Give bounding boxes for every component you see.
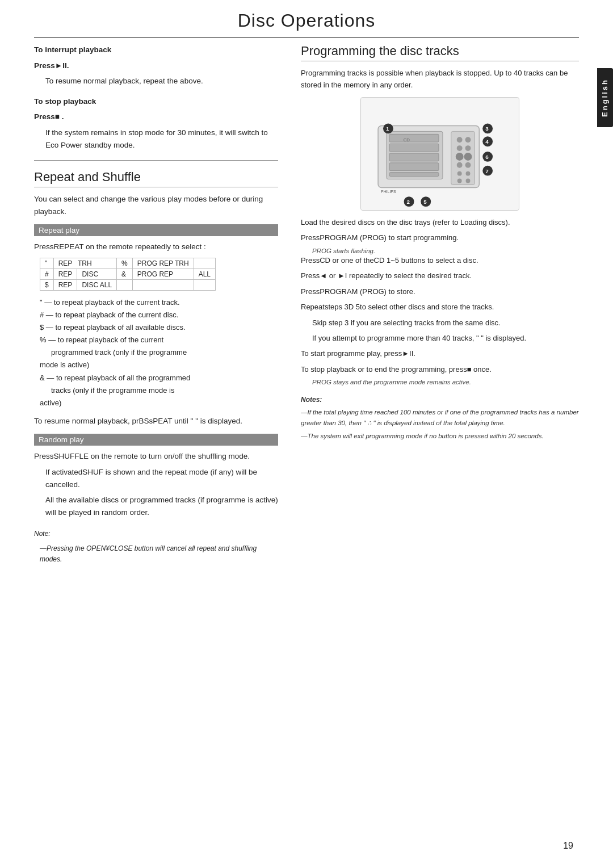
svg-text:7: 7 — [485, 168, 489, 174]
table-row: " REP TRH % PROG REP TRH — [40, 258, 216, 269]
svg-point-13 — [465, 145, 471, 151]
rep-trh: REP TRH — [53, 258, 116, 269]
bullet-4: % — to repeat playback of the currentpro… — [40, 334, 278, 371]
prog-rep-trh: PROG REP TRH — [132, 258, 194, 269]
stop-heading: To stop playback — [34, 95, 278, 108]
bullet-2: # — to repeat playback of the current di… — [40, 309, 278, 321]
prog-step6b: Skip step 3 if you are selecting tracks … — [312, 317, 579, 329]
right-column: Programming the disc tracks Programming … — [295, 44, 579, 568]
device-image: CD PHILIPS — [360, 97, 519, 211]
svg-point-16 — [457, 162, 463, 168]
stop-press: Press■ . — [34, 111, 278, 123]
prog-step5: PressPROGRAM (PROG) to store. — [301, 286, 579, 297]
stop-section: To stop playback Press■ . If the system … — [34, 95, 278, 151]
svg-point-15 — [464, 153, 472, 161]
prog-intro: Programming tracks is possible when play… — [301, 67, 579, 91]
random-note1: If activatedSHUF is shown and the repeat… — [45, 466, 278, 490]
svg-rect-6 — [389, 163, 439, 171]
rep3: REP — [53, 279, 77, 290]
divider-1 — [34, 160, 278, 161]
prog-step9: To stop playback or to end the programmi… — [301, 363, 579, 375]
interrupt-heading: To interrupt playback — [34, 44, 278, 56]
svg-rect-7 — [389, 173, 439, 177]
note-text: —Pressing the OPEN¥CLOSE button will can… — [40, 543, 278, 565]
empty1 — [194, 258, 215, 269]
note-item-2: —The system will exit programming mode i… — [301, 431, 579, 441]
table-row: $ REP DISC ALL — [40, 279, 216, 290]
disc1: DISC — [77, 269, 117, 279]
svg-point-21 — [466, 178, 471, 183]
empty4 — [194, 279, 215, 290]
svg-point-12 — [457, 145, 463, 151]
prog-step3: PressCD or one of theCD 1~5 buttons to s… — [301, 254, 579, 266]
svg-text:PHILIPS: PHILIPS — [381, 190, 396, 194]
prog-step9-note: PROG stays and the programme mode remain… — [312, 379, 579, 385]
prog-step2-note: PROG starts flashing. — [312, 248, 579, 254]
repeat-intro: PressREPEAT on the remote repeatedly to … — [34, 241, 278, 253]
sym-hash: # — [40, 269, 54, 279]
left-column: To interrupt playback Press►II. To resum… — [34, 44, 278, 568]
repeat-shuffle-intro: You can select and change the various pl… — [34, 193, 278, 217]
svg-point-10 — [457, 137, 463, 142]
svg-point-11 — [465, 137, 471, 142]
svg-point-19 — [466, 171, 471, 176]
sym-percent: % — [117, 258, 133, 269]
note-item-1: —If the total playing time reached 100 m… — [301, 407, 579, 428]
repeat-shuffle-heading: Repeat and Shuffle — [34, 170, 278, 187]
resume-note: To resume normal playback, prBSsPEAT unt… — [34, 415, 278, 427]
prog-step6: Repeatsteps 3D 5to select other discs an… — [301, 301, 579, 313]
svg-text:1: 1 — [386, 125, 389, 132]
device-svg: CD PHILIPS — [361, 98, 519, 210]
sym-amp: & — [117, 269, 133, 279]
bullet-3: $ — to repeat playback of all available … — [40, 321, 278, 334]
all: ALL — [194, 269, 215, 279]
svg-point-17 — [465, 162, 471, 168]
svg-rect-5 — [389, 153, 439, 161]
svg-text:CD: CD — [404, 137, 410, 142]
svg-text:6: 6 — [485, 154, 489, 160]
empty2 — [117, 279, 133, 290]
prog-heading: Programming the disc tracks — [301, 44, 579, 61]
random-note2: All the available discs or programmed tr… — [45, 494, 278, 518]
note-label: Note: — [34, 529, 278, 539]
svg-point-14 — [456, 153, 464, 161]
rep2: REP — [53, 269, 77, 279]
page-title: Disc Operations — [34, 0, 579, 38]
svg-point-20 — [457, 178, 462, 183]
interrupt-resume: To resume normal playback, repeat the ab… — [45, 75, 278, 87]
bullet-5: & — to repeat playback of all the progra… — [40, 372, 278, 409]
prog-step8: To start programme play, press►II. — [301, 347, 579, 359]
repeat-play-bar: Repeat play — [34, 224, 278, 236]
prog-step7: If you attempt to programme more than 40… — [312, 332, 579, 344]
empty3 — [132, 279, 194, 290]
svg-text:2: 2 — [407, 199, 410, 205]
random-text: PressSHUFFLE on the remote to turn on/of… — [34, 450, 278, 463]
english-tab: English — [597, 68, 613, 127]
svg-text:3: 3 — [485, 125, 489, 132]
page-number: 19 — [563, 841, 573, 851]
svg-rect-3 — [389, 134, 439, 142]
note-container: Note: —Pressing the OPEN¥CLOSE button wi… — [34, 529, 278, 565]
prog-step1: Load the desired discs on the disc trays… — [301, 216, 579, 228]
interrupt-press: Press►II. — [34, 60, 278, 72]
svg-text:5: 5 — [423, 199, 427, 205]
bullet-1: " — to repeat playback of the current tr… — [40, 296, 278, 309]
prog-step2: PressPROGRAM (PROG) to start programming… — [301, 232, 579, 244]
sym-quote: " — [40, 258, 54, 269]
disc-all: DISC ALL — [77, 279, 117, 290]
main-content: To interrupt playback Press►II. To resum… — [34, 38, 579, 568]
table-row: # REP DISC & PROG REP ALL — [40, 269, 216, 279]
prog-step4: Press◄ or ►I repeatedly to select the de… — [301, 270, 579, 282]
notes-label: Notes: — [301, 395, 579, 405]
svg-point-18 — [457, 171, 462, 176]
stop-note: If the system remains in stop mode for 3… — [45, 127, 278, 151]
svg-rect-4 — [389, 144, 439, 152]
svg-text:4: 4 — [485, 139, 489, 145]
interrupt-section: To interrupt playback Press►II. To resum… — [34, 44, 278, 87]
notes-section: Notes: —If the total playing time reache… — [301, 395, 579, 441]
random-play-bar: Random play — [34, 434, 278, 446]
sym-dollar: $ — [40, 279, 54, 290]
repeat-table: " REP TRH % PROG REP TRH # REP DISC & PR… — [40, 258, 216, 291]
prog-rep: PROG REP — [132, 269, 194, 279]
